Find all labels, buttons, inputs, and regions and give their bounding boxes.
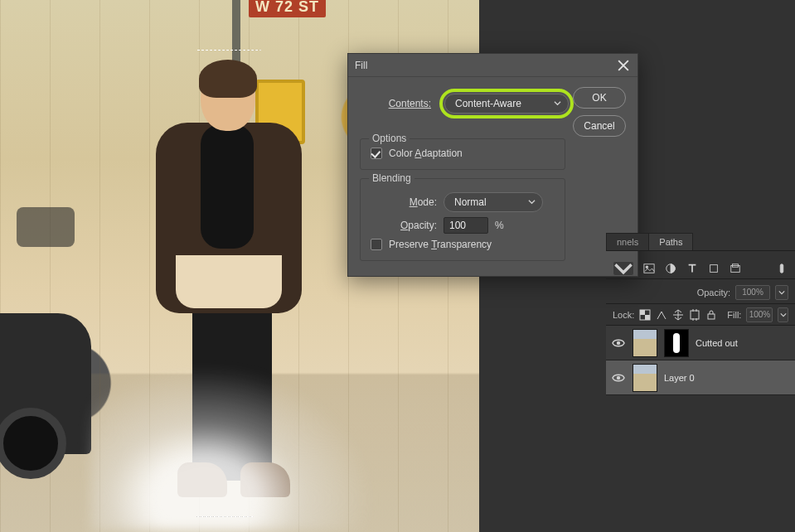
ok-button[interactable]: OK: [573, 87, 626, 109]
opacity-input[interactable]: 100: [444, 217, 488, 234]
lock-pixels-icon[interactable]: [656, 309, 667, 321]
dialog-titlebar[interactable]: Fill: [348, 54, 637, 77]
filter-adjustment-icon[interactable]: [664, 262, 677, 275]
contents-value: Content-Aware: [455, 98, 521, 109]
svg-point-12: [617, 341, 620, 344]
opacity-label: Opacity:: [371, 220, 437, 231]
opacity-chevron[interactable]: [775, 285, 788, 300]
contents-select[interactable]: Content-Aware: [444, 94, 569, 114]
svg-rect-3: [710, 264, 718, 272]
mode-value: Normal: [454, 196, 487, 208]
cancel-button[interactable]: Cancel: [573, 115, 626, 137]
layer-opacity-input[interactable]: 100%: [735, 285, 770, 300]
opacity-unit: %: [495, 220, 504, 231]
blending-group: Blending Mode: Normal Opacity: 100: [360, 178, 565, 261]
fill-chevron[interactable]: [778, 307, 788, 322]
preserve-transparency-check[interactable]: Preserve Transparency: [371, 239, 555, 250]
checkbox-icon: [371, 239, 382, 250]
visibility-toggle[interactable]: [611, 336, 626, 351]
svg-rect-9: [645, 315, 650, 320]
car-background: [17, 207, 75, 247]
layer-row[interactable]: Layer 0: [606, 360, 795, 395]
contents-label: Contents:: [365, 98, 431, 109]
street-sign: W 72 ST: [249, 0, 326, 17]
lock-position-icon[interactable]: [672, 309, 684, 321]
layers-kind-filter: [606, 258, 795, 279]
filter-type-icon[interactable]: [686, 262, 699, 275]
svg-rect-6: [780, 264, 783, 273]
lock-transparency-icon[interactable]: [639, 309, 651, 321]
filter-toggle-icon[interactable]: [775, 262, 788, 275]
dialog-close-button[interactable]: [616, 58, 631, 73]
filter-smartobject-icon[interactable]: [729, 262, 742, 275]
chevron-down-icon: [554, 98, 561, 109]
svg-rect-10: [691, 311, 699, 319]
options-legend: Options: [369, 133, 410, 144]
ok-label: OK: [592, 92, 606, 104]
opacity-label: Opacity:: [697, 288, 730, 297]
svg-rect-11: [708, 314, 715, 319]
tab-paths[interactable]: Paths: [648, 233, 693, 250]
color-adaptation-label: Color Adaptation: [389, 148, 463, 159]
svg-point-13: [617, 375, 620, 379]
color-adaptation-check[interactable]: Color Adaptation: [371, 148, 555, 159]
close-icon: [617, 59, 630, 72]
visibility-toggle[interactable]: [611, 370, 626, 385]
cancel-label: Cancel: [584, 120, 614, 132]
svg-rect-0: [644, 264, 654, 273]
panel-tabs: nnels Paths: [606, 231, 795, 251]
layer-row[interactable]: Cutted out: [606, 326, 795, 360]
kind-select[interactable]: [613, 261, 634, 276]
layer-name[interactable]: Cutted out: [696, 338, 738, 348]
preserve-transparency-label: Preserve Transparency: [389, 239, 492, 250]
layer-thumbnail[interactable]: [633, 364, 657, 392]
layer-thumbnail[interactable]: [633, 329, 657, 357]
chevron-down-icon: [528, 196, 536, 208]
blending-legend: Blending: [369, 172, 414, 184]
svg-rect-8: [640, 310, 645, 315]
layer-mask-thumbnail[interactable]: [664, 329, 689, 357]
layers-list: Cutted out Layer 0: [606, 326, 795, 395]
layer-name[interactable]: Layer 0: [664, 373, 695, 383]
lock-artboard-icon[interactable]: [689, 309, 700, 321]
fill-label: Fill:: [727, 310, 741, 320]
tab-channels[interactable]: nnels: [606, 233, 649, 250]
checkbox-icon: [371, 148, 382, 159]
lock-all-icon[interactable]: [705, 309, 717, 321]
filter-image-icon[interactable]: [642, 262, 656, 275]
svg-point-1: [646, 265, 648, 268]
mode-label: Mode:: [371, 196, 437, 208]
mode-select[interactable]: Normal: [444, 192, 543, 212]
options-group: Options Color Adaptation: [360, 138, 565, 170]
layers-opacity-row: Opacity: 100%: [606, 281, 795, 304]
contents-highlight: Content-Aware: [439, 89, 574, 118]
layer-fill-input[interactable]: 100%: [746, 307, 773, 322]
filter-shape-icon[interactable]: [707, 262, 720, 275]
layers-lock-row: Lock: Fill: 100%: [606, 304, 795, 326]
car-wheel: [0, 408, 66, 479]
fill-dialog: Fill Contents: Content-Aware: [347, 53, 638, 277]
dialog-title: Fill: [355, 60, 367, 71]
lock-label: Lock:: [613, 310, 634, 320]
opacity-value: 100: [449, 220, 466, 231]
